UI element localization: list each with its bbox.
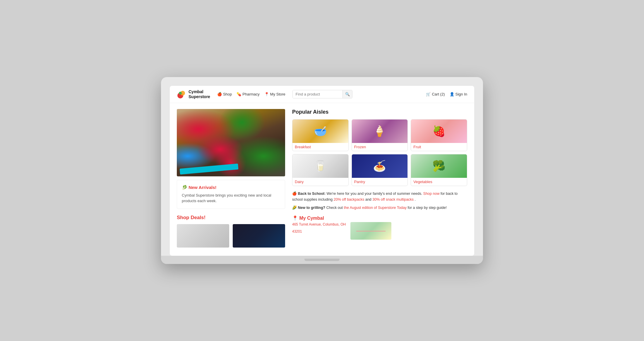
aisle-image-breakfast <box>292 120 348 143</box>
deals-row <box>177 224 285 248</box>
aisle-card-frozen[interactable]: Frozen <box>352 119 408 151</box>
ann2-bold: New to grilling? <box>298 206 325 210</box>
new-arrivals-title: 🥬 New Arrivals! <box>182 185 280 190</box>
main-nav: 🍎 Shop 💊 Pharmacy 📍 My Store <box>217 92 285 96</box>
signin-button[interactable]: 👤 Sign In <box>450 92 467 96</box>
header-right: 🛒 Cart (2) 👤 Sign In <box>426 92 467 96</box>
laptop-base <box>161 256 483 264</box>
ann1-link2[interactable]: 20% off backpacks <box>334 197 364 202</box>
aisle-image-pantry <box>352 154 408 178</box>
ann1-icon: 🍎 <box>292 192 297 196</box>
hero-image <box>177 109 285 176</box>
store-pin-icon: 📍 <box>264 92 269 96</box>
header: Cymbal Superstore 🍎 Shop 💊 Pharmacy 📍 My… <box>170 86 474 103</box>
shop-deals-title: Shop Deals! <box>177 215 285 221</box>
announcements: 🍎 Back to School: We're here for you and… <box>292 191 467 211</box>
my-cymbal-title: 📍 My Cymbal <box>292 215 467 221</box>
main-content: 🥬 New Arrivals! Cymbal Superstore brings… <box>170 103 474 253</box>
svg-point-2 <box>179 92 182 95</box>
search-input[interactable] <box>293 90 342 98</box>
popular-aisles-title: Popular Aisles <box>292 109 467 115</box>
search-button[interactable]: 🔍 <box>342 90 352 98</box>
deal-card-2[interactable] <box>233 224 285 248</box>
cart-button[interactable]: 🛒 Cart (2) <box>426 92 445 96</box>
my-cymbal-section: 📍 My Cymbal 465 Turret Avenue, Columbus,… <box>292 215 467 240</box>
ann2-text2: for a step by step guide! <box>407 206 446 210</box>
ann1-link1[interactable]: Shop now <box>423 192 440 196</box>
aisle-card-fruit[interactable]: Fruit <box>411 119 467 151</box>
ann1-bold: Back to School: <box>298 192 325 196</box>
search-area: 🔍 <box>292 90 352 98</box>
announcement-2: 🌽 New to grilling? Check out the August … <box>292 205 467 211</box>
left-column: 🥬 New Arrivals! Cymbal Superstore brings… <box>177 109 285 248</box>
address-line1: 465 Turret Avenue, Columbus, OH <box>292 222 346 227</box>
address-line2: 43201 <box>292 229 346 234</box>
hero-image-inner <box>177 109 285 176</box>
aisle-label-pantry: Pantry <box>352 178 408 186</box>
search-icon: 🔍 <box>345 92 350 96</box>
my-cymbal-content: 465 Turret Avenue, Columbus, OH 43201 <box>292 222 467 240</box>
ann1-link3[interactable]: 30% off snack multipacks <box>372 197 414 202</box>
ann1-text4: . <box>415 197 416 202</box>
aisle-card-dairy[interactable]: Dairy <box>292 154 349 186</box>
my-cymbal-address: 465 Turret Avenue, Columbus, OH 43201 <box>292 222 346 237</box>
cart-icon: 🛒 <box>426 92 431 96</box>
aisle-card-vegetables[interactable]: Vegetables <box>411 154 467 186</box>
new-arrivals-card: 🥬 New Arrivals! Cymbal Superstore brings… <box>177 180 285 209</box>
aisle-label-breakfast: Breakfast <box>292 143 348 151</box>
logo-text: Cymbal Superstore <box>189 89 210 99</box>
nav-shop[interactable]: 🍎 Shop <box>217 92 232 96</box>
aisle-image-dairy <box>292 154 348 178</box>
aisle-card-pantry[interactable]: Pantry <box>352 154 408 186</box>
logo-icon <box>177 90 186 99</box>
new-arrivals-text: Cymbal Superstore brings you exciting ne… <box>182 192 280 204</box>
nav-my-store[interactable]: 📍 My Store <box>264 92 285 96</box>
ann2-link1[interactable]: the August edition of Superstore Today <box>344 206 407 210</box>
user-icon: 👤 <box>450 92 454 96</box>
logo[interactable]: Cymbal Superstore <box>177 89 210 99</box>
aisle-card-breakfast[interactable]: Breakfast <box>292 119 349 151</box>
store-map[interactable] <box>350 222 391 240</box>
cymbal-pin-icon: 📍 <box>292 216 298 221</box>
shop-icon: 🍎 <box>217 92 222 96</box>
aisle-image-frozen <box>352 120 408 143</box>
aisle-label-fruit: Fruit <box>411 143 467 151</box>
aisle-image-fruit <box>411 120 467 143</box>
pharmacy-icon: 💊 <box>237 92 241 96</box>
ann1-text3: and <box>365 197 372 202</box>
aisle-label-dairy: Dairy <box>292 178 348 186</box>
ann2-text1: Check out <box>326 206 344 210</box>
deal-card-1[interactable] <box>177 224 229 248</box>
right-column: Popular Aisles Breakfast Frozen Fruit <box>292 109 467 248</box>
aisles-grid: Breakfast Frozen Fruit Dairy <box>292 119 467 186</box>
nav-pharmacy[interactable]: 💊 Pharmacy <box>237 92 260 96</box>
aisle-label-frozen: Frozen <box>352 143 408 151</box>
aisle-label-vegetables: Vegetables <box>411 178 467 186</box>
announcement-1: 🍎 Back to School: We're here for you and… <box>292 191 467 202</box>
aisle-image-vegetables <box>411 154 467 178</box>
ann2-icon: 🌽 <box>292 206 297 210</box>
ann1-text1: We're here for you and your family's end… <box>326 192 423 196</box>
